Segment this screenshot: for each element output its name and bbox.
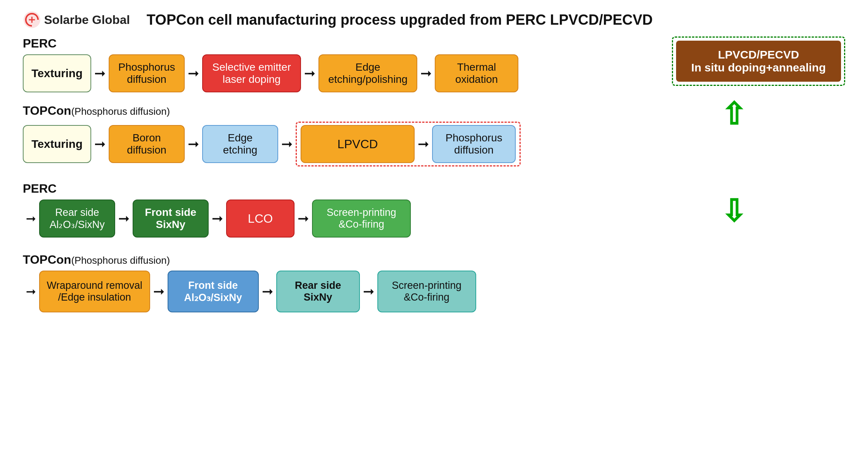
arrow-t2: ➞ <box>185 137 202 151</box>
box-screen-printing-topcon: Screen-printing&Co-firing <box>377 271 476 312</box>
box-front-side-perc: Front sideSixNy <box>133 200 209 238</box>
arrow-start-t2: ➞ <box>23 285 39 298</box>
lpvcd-box: LPVCD/PECVD In situ doping+annealing <box>676 41 841 82</box>
box-wraparound: Wraparound removal/Edge insulation <box>39 271 150 312</box>
lpvcd-line1: LPVCD/PECVD <box>691 48 826 61</box>
topcon-label-2: TOPCon(Phosphorus diffusion) <box>23 253 845 267</box>
arrow-t2-1: ➞ <box>150 285 168 298</box>
box-texturing-topcon: Texturing <box>23 125 91 163</box>
arrow-t3: ➞ <box>278 137 296 151</box>
box-lco: LCO <box>226 200 295 238</box>
green-arrow-up: ⇧ <box>721 99 746 130</box>
arrow-p2-1: ➞ <box>115 212 133 225</box>
main-title: TOPCon cell manufacturing process upgrad… <box>147 12 653 28</box>
box-texturing-perc: Texturing <box>23 54 91 92</box>
box-selective-emitter: Selective emitterlaser doping <box>202 54 301 92</box>
topcon-row-2: ➞ Wraparound removal/Edge insulation ➞ F… <box>23 271 845 312</box>
box-phosphorus-topcon: Phosphorusdiffusion <box>432 125 516 163</box>
solarbe-logo-icon <box>23 11 41 29</box>
box-edge-etching-perc: Edgeetching/polishing <box>318 54 417 92</box>
green-arrow-down: ⇩ <box>721 196 746 226</box>
lpvcd-line2: In situ doping+annealing <box>691 61 826 74</box>
box-phosphorus-perc: Phosphorusdiffusion <box>109 54 185 92</box>
box-rear-side-topcon: Rear sideSixNy <box>276 271 360 312</box>
box-rear-side-perc: Rear sideAl₂O₃/SixNy <box>39 200 115 238</box>
header: Solarbe Global TOPCon cell manufacturing… <box>0 0 868 33</box>
arrow-t2-2: ➞ <box>259 285 276 298</box>
arrow-t1: ➞ <box>91 137 109 151</box>
arrow-start-p2: ➞ <box>23 212 39 225</box>
logo: Solarbe Global <box>23 11 130 29</box>
box-screen-printing-perc: Screen-printing&Co-firing <box>312 200 411 238</box>
arrow-4: ➞ <box>417 67 435 80</box>
box-boron-diffusion: Borondiffusion <box>109 125 185 163</box>
logo-text: Solarbe Global <box>44 13 130 27</box>
lpvcd-container: LPVCD/PECVD In situ doping+annealing <box>672 36 845 86</box>
arrow-p2-2: ➞ <box>209 212 226 225</box>
arrow-p2-3: ➞ <box>295 212 312 225</box>
arrow-1: ➞ <box>91 67 109 80</box>
diagram-area: LPVCD/PECVD In situ doping+annealing ⇧ ⇩… <box>0 36 868 312</box>
arrow-3: ➞ <box>301 67 318 80</box>
box-front-side-topcon: Front sideAl₂O₃/SixNy <box>168 271 259 312</box>
page-wrapper: Solarbe Global TOPCon cell manufacturing… <box>0 0 868 312</box>
topcon-section-2: TOPCon(Phosphorus diffusion) ➞ Wraparoun… <box>23 253 845 312</box>
box-edge-etching-topcon: Edgeetching <box>202 125 278 163</box>
box-thermal-oxidation: Thermaloxidation <box>435 54 518 92</box>
arrow-2: ➞ <box>185 67 202 80</box>
box-lpvcd: LPVCD <box>301 125 415 163</box>
green-arrows-area: ⇧ ⇩ <box>721 36 746 226</box>
dashed-red-box: LPVCD ➞ Phosphorusdiffusion <box>296 122 521 166</box>
arrow-t2-3: ➞ <box>360 285 377 298</box>
arrow-t4: ➞ <box>415 137 432 151</box>
